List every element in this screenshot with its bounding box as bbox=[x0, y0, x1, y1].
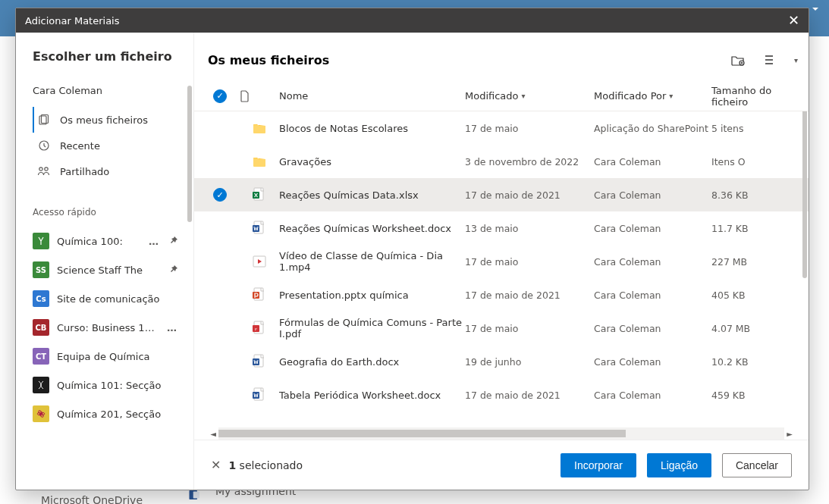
modal-header: Adicionar Materiais ✕ bbox=[16, 8, 809, 33]
file-row[interactable]: Reações Químicas Worksheet.docx13 de mai… bbox=[194, 211, 809, 245]
file-size: 8.36 KB bbox=[711, 189, 802, 201]
recent-icon bbox=[37, 139, 51, 152]
file-size: 405 KB bbox=[711, 290, 802, 301]
file-list-header: ✓ Nome Modificado▾ Modificado Por▾ Taman… bbox=[194, 81, 809, 111]
quick-access-item[interactable]: CTEquipa de Química bbox=[33, 342, 193, 371]
size-column-header[interactable]: Tamanho do ficheiro bbox=[711, 85, 802, 108]
file-modified-by: Cara Coleman bbox=[594, 323, 711, 334]
svg-rect-17 bbox=[253, 225, 259, 232]
more-icon[interactable]: … bbox=[164, 322, 180, 333]
file-type-icon bbox=[252, 154, 267, 169]
modal-footer: ✕ 1 selecionado Incorporar Ligação Cance… bbox=[194, 440, 809, 490]
file-row[interactable]: Blocos de Notas Escolares17 de maioAplic… bbox=[194, 111, 809, 145]
site-icon: Cs bbox=[33, 290, 49, 307]
file-type-icon bbox=[252, 254, 267, 269]
nav-my-files[interactable]: Os meus ficheiros bbox=[33, 107, 193, 133]
file-modified: 13 de maio bbox=[465, 223, 594, 234]
quick-item-label: Equipa de Química bbox=[57, 351, 180, 362]
file-type-icon bbox=[252, 187, 267, 202]
file-modified-by: Cara Coleman bbox=[594, 223, 711, 234]
main-panel: Os meus ficheiros ▾ ✓ bbox=[194, 33, 809, 490]
chevron-down-icon[interactable]: ▾ bbox=[794, 56, 798, 64]
quick-item-label: Curso: Business 101 bbox=[57, 322, 156, 333]
clear-selection-button[interactable]: ✕ bbox=[211, 458, 221, 472]
name-column-header[interactable]: Nome bbox=[279, 90, 465, 102]
quick-item-label: Química 100: bbox=[57, 236, 138, 247]
svg-text:P: P bbox=[255, 327, 257, 331]
select-all-column[interactable]: ✓ bbox=[200, 89, 240, 103]
quick-access-item[interactable]: CBCurso: Business 101… bbox=[33, 313, 193, 342]
files-icon bbox=[37, 113, 51, 127]
modified-by-column-header[interactable]: Modificado Por▾ bbox=[594, 90, 711, 102]
main-title: Os meus ficheiros bbox=[208, 53, 329, 67]
site-icon bbox=[33, 233, 49, 249]
check-icon: ✓ bbox=[213, 188, 227, 202]
new-folder-button[interactable] bbox=[727, 49, 749, 70]
pin-icon[interactable] bbox=[169, 265, 180, 275]
file-row[interactable]: PFórmulas de Química Comuns - Parte I.pd… bbox=[194, 311, 809, 345]
nav-shared-label: Partilhado bbox=[60, 166, 186, 177]
file-size: 227 MB bbox=[711, 256, 802, 268]
file-size: 10.2 KB bbox=[711, 356, 802, 368]
file-name: Geografia do Earth.docx bbox=[279, 356, 465, 368]
select-all-check-icon: ✓ bbox=[213, 89, 227, 103]
file-modified-by: Cara Coleman bbox=[594, 290, 711, 301]
quick-access-item[interactable]: SSScience Staff The bbox=[33, 255, 193, 284]
horizontal-scrollbar[interactable]: ◄ ► bbox=[208, 427, 795, 440]
file-name: Blocos de Notas Escolares bbox=[279, 123, 465, 134]
more-icon[interactable]: … bbox=[146, 236, 162, 247]
cancel-button[interactable]: Cancelar bbox=[722, 453, 792, 477]
view-options-button[interactable] bbox=[761, 49, 782, 70]
site-icon: CB bbox=[33, 319, 49, 336]
bg-onedrive-label: Microsoft OneDrive bbox=[41, 494, 143, 504]
file-modified: 3 de novembro de 2022 bbox=[465, 156, 594, 167]
link-button[interactable]: Ligação bbox=[647, 453, 711, 477]
file-name: Gravações bbox=[279, 156, 465, 167]
quick-access-item[interactable]: Química 101: Secção bbox=[33, 371, 193, 399]
add-materials-modal: Adicionar Materiais ✕ Escolher um fichei… bbox=[15, 8, 809, 490]
file-size: 11.7 KB bbox=[711, 223, 802, 234]
file-modified: 19 de junho bbox=[465, 356, 594, 368]
file-type-icon bbox=[252, 287, 267, 302]
file-row[interactable]: Gravações3 de novembro de 2022Cara Colem… bbox=[194, 145, 809, 178]
quick-access-item[interactable]: CsSite de comunicação bbox=[33, 284, 193, 313]
nav-recent[interactable]: Recente bbox=[33, 133, 193, 158]
quick-item-label: Site de comunicação bbox=[57, 293, 180, 305]
file-row[interactable]: Presentation.pptx química17 de maio de 2… bbox=[194, 278, 809, 311]
file-modified: 17 de maio de 2021 bbox=[465, 390, 594, 401]
file-modified: 17 de maio bbox=[465, 256, 594, 268]
quick-access-item[interactable]: Química 100:… bbox=[33, 227, 193, 255]
modified-column-header[interactable]: Modificado▾ bbox=[465, 90, 594, 102]
file-modified-by: Aplicação do SharePoint bbox=[594, 123, 711, 134]
file-row[interactable]: Vídeo de Classe de Química - Dia 1.mp417… bbox=[194, 245, 809, 278]
file-modified-by: Cara Coleman bbox=[594, 189, 711, 201]
file-modified: 17 de maio de 2021 bbox=[465, 189, 594, 201]
file-row[interactable]: ✓Reações Químicas Data.xlsx17 de maio de… bbox=[194, 178, 809, 211]
quick-access-list: Química 100:…SSScience Staff TheCsSite d… bbox=[33, 227, 193, 428]
svg-rect-20 bbox=[253, 292, 259, 299]
site-icon: SS bbox=[33, 261, 49, 278]
file-size: 4.07 MB bbox=[711, 323, 802, 334]
file-size: Itens O bbox=[711, 156, 802, 167]
quick-item-label: Science Staff The bbox=[57, 265, 162, 276]
close-button[interactable]: ✕ bbox=[788, 14, 799, 27]
row-select[interactable]: ✓ bbox=[200, 188, 240, 202]
site-icon bbox=[33, 405, 49, 422]
file-row[interactable]: Tabela Periódica Worksheet.docx17 de mai… bbox=[194, 378, 809, 412]
quick-access-item[interactable]: Química 201, Secção bbox=[33, 399, 193, 428]
pin-icon[interactable] bbox=[169, 236, 180, 246]
embed-button[interactable]: Incorporar bbox=[561, 453, 636, 477]
file-type-icon bbox=[252, 387, 267, 402]
file-name: Presentation.pptx química bbox=[279, 290, 465, 301]
sidebar-nav: Os meus ficheiros Recente Partilhado bbox=[33, 107, 193, 184]
sidebar-scrollbar[interactable] bbox=[187, 86, 192, 222]
svg-rect-1 bbox=[193, 492, 199, 499]
file-name: Fórmulas de Química Comuns - Parte I.pdf bbox=[279, 317, 465, 340]
file-row[interactable]: Geografia do Earth.docx19 de junhoCara C… bbox=[194, 345, 809, 378]
modal-title: Adicionar Materiais bbox=[25, 15, 120, 27]
file-name: Reações Químicas Worksheet.docx bbox=[279, 223, 465, 234]
type-column[interactable] bbox=[240, 90, 279, 102]
site-icon: CT bbox=[33, 348, 49, 365]
nav-shared[interactable]: Partilhado bbox=[33, 158, 193, 184]
svg-point-5 bbox=[39, 167, 42, 171]
